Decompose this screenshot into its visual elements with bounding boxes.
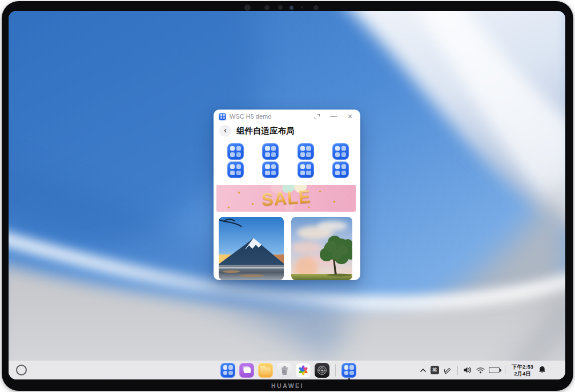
- confetti: [319, 190, 321, 192]
- page-title: 组件自适应布局: [236, 126, 295, 136]
- confetti: [238, 192, 240, 194]
- widget-grid-row: [227, 161, 349, 178]
- window-titlebar[interactable]: WSC H5 demo — ×: [214, 110, 360, 123]
- tray-expand-button[interactable]: [420, 367, 427, 373]
- camera-dot: [264, 5, 270, 10]
- confetti: [227, 206, 230, 208]
- app-window-icon: [219, 113, 226, 120]
- running-app: [341, 363, 356, 378]
- gallery-app-icon[interactable]: [296, 363, 311, 378]
- confetti: [252, 203, 254, 205]
- widget-icon-grid: [227, 143, 349, 180]
- widget-grid-icon[interactable]: [262, 161, 279, 178]
- camera-dot: [244, 5, 251, 11]
- compass-emblem-icon: [315, 363, 329, 378]
- folder-body-shape: [260, 367, 271, 375]
- window-controls: — ×: [313, 113, 353, 120]
- launcher-ring-button[interactable]: [16, 365, 27, 375]
- minimize-button[interactable]: —: [330, 113, 337, 120]
- running-indicator-dot: [348, 378, 351, 379]
- window-title: WSC H5 demo: [230, 113, 271, 120]
- clock[interactable]: 下午2:53 2月4日: [512, 363, 533, 377]
- app-window: WSC H5 demo — × ‹ 组件自适应布局: [214, 110, 360, 280]
- tray-separator: [457, 366, 458, 375]
- dock: [220, 363, 356, 378]
- files-app-icon[interactable]: [258, 363, 273, 378]
- device-brand-label: HUAWEI: [2, 382, 573, 389]
- wifi-icon[interactable]: [476, 367, 485, 374]
- camera-dot: [313, 5, 319, 10]
- tray-separator: [505, 366, 505, 375]
- mountain-lake-photo: [219, 217, 284, 280]
- gallery-flower-icon: [296, 363, 311, 378]
- tools-app-icon[interactable]: [315, 363, 329, 378]
- app-launcher-icon[interactable]: [220, 363, 235, 378]
- widget-grid-icon[interactable]: [227, 143, 244, 160]
- folder-front-shape: [244, 367, 251, 373]
- camera-dot: [301, 6, 303, 9]
- photo-row: [219, 217, 352, 280]
- sale-banner-text: SALE: [261, 187, 312, 211]
- ime-indicator[interactable]: 英: [431, 366, 439, 374]
- widget-grid-icon[interactable]: [227, 161, 244, 178]
- close-button[interactable]: ×: [347, 113, 353, 120]
- widget-grid-row: [227, 143, 349, 160]
- widget-grid-icon[interactable]: [297, 161, 314, 178]
- dock-separator: [335, 364, 336, 377]
- back-button[interactable]: ‹: [219, 125, 231, 137]
- widget-grid-icon[interactable]: [332, 161, 349, 178]
- widget-grid-icon[interactable]: [332, 143, 349, 160]
- sale-banner: SALE: [216, 185, 356, 212]
- taskbar: 英: [9, 361, 565, 379]
- widget-grid-icon[interactable]: [297, 143, 314, 160]
- multitask-app-icon[interactable]: [239, 363, 254, 378]
- date-label: 2月4日: [512, 370, 533, 377]
- trash-app-icon[interactable]: [277, 363, 292, 378]
- confetti: [333, 200, 335, 203]
- widget-grid-icon[interactable]: [262, 143, 279, 160]
- camera-dot: [278, 5, 283, 10]
- wsc-h5-demo-app-icon[interactable]: [341, 363, 356, 378]
- camera-lens-dot: [289, 6, 293, 10]
- lone-tree-sunset-photo: [291, 217, 352, 280]
- battery-icon[interactable]: [489, 367, 500, 373]
- trash-icon: [277, 363, 292, 378]
- screen: WSC H5 demo — × ‹ 组件自适应布局: [9, 11, 565, 379]
- maximize-button[interactable]: [313, 113, 320, 120]
- tablet-device-frame: WSC H5 demo — × ‹ 组件自适应布局: [2, 1, 573, 391]
- page-header: ‹ 组件自适应布局: [219, 124, 355, 137]
- notification-bell-icon[interactable]: [538, 366, 546, 374]
- volume-icon[interactable]: [463, 366, 472, 374]
- time-label: 下午2:53: [512, 363, 533, 370]
- system-tray: 英: [420, 361, 546, 379]
- stylus-icon[interactable]: [443, 366, 452, 374]
